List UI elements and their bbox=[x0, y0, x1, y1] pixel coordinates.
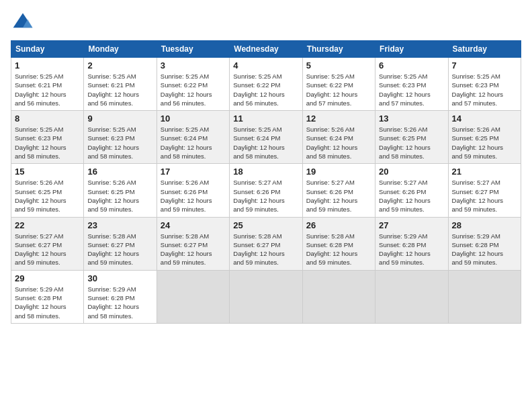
logo bbox=[11, 11, 38, 35]
calendar-table: SundayMondayTuesdayWednesdayThursdayFrid… bbox=[11, 40, 521, 324]
day-number-15: 15 bbox=[15, 167, 80, 177]
day-info-22: Sunrise: 5:27 AMSunset: 6:27 PMDaylight:… bbox=[15, 232, 80, 267]
day-cell-16: 16Sunrise: 5:26 AMSunset: 6:25 PMDayligh… bbox=[84, 164, 157, 217]
day-number-11: 11 bbox=[233, 113, 298, 124]
day-cell-9: 9Sunrise: 5:25 AMSunset: 6:23 PMDaylight… bbox=[84, 111, 157, 164]
day-cell-6: 6Sunrise: 5:25 AMSunset: 6:23 PMDaylight… bbox=[375, 58, 448, 111]
day-number-7: 7 bbox=[452, 60, 517, 71]
header-tuesday: Tuesday bbox=[157, 41, 229, 58]
day-cell-3: 3Sunrise: 5:25 AMSunset: 6:22 PMDaylight… bbox=[157, 58, 229, 111]
day-number-5: 5 bbox=[306, 60, 371, 71]
day-number-3: 3 bbox=[161, 60, 226, 71]
day-cell-27: 27Sunrise: 5:29 AMSunset: 6:28 PMDayligh… bbox=[375, 217, 448, 270]
day-cell-2: 2Sunrise: 5:25 AMSunset: 6:21 PMDaylight… bbox=[84, 58, 157, 111]
day-cell-15: 15Sunrise: 5:26 AMSunset: 6:25 PMDayligh… bbox=[11, 164, 84, 217]
day-info-26: Sunrise: 5:28 AMSunset: 6:28 PMDaylight:… bbox=[306, 232, 371, 267]
day-cell-21: 21Sunrise: 5:27 AMSunset: 6:27 PMDayligh… bbox=[448, 164, 521, 217]
header-sunday: Sunday bbox=[11, 41, 84, 58]
day-number-18: 18 bbox=[233, 167, 298, 177]
day-info-5: Sunrise: 5:25 AMSunset: 6:22 PMDaylight:… bbox=[306, 72, 371, 107]
day-number-21: 21 bbox=[452, 167, 517, 177]
day-info-29: Sunrise: 5:29 AMSunset: 6:28 PMDaylight:… bbox=[15, 285, 80, 320]
day-number-12: 12 bbox=[306, 113, 371, 124]
header-row: SundayMondayTuesdayWednesdayThursdayFrid… bbox=[11, 41, 521, 58]
header-wednesday: Wednesday bbox=[230, 41, 302, 58]
day-info-25: Sunrise: 5:28 AMSunset: 6:27 PMDaylight:… bbox=[233, 232, 298, 267]
day-cell-4: 4Sunrise: 5:25 AMSunset: 6:22 PMDaylight… bbox=[230, 58, 302, 111]
day-cell-8: 8Sunrise: 5:25 AMSunset: 6:23 PMDaylight… bbox=[11, 111, 84, 164]
day-info-18: Sunrise: 5:27 AMSunset: 6:26 PMDaylight:… bbox=[233, 178, 298, 214]
day-number-24: 24 bbox=[161, 220, 226, 230]
calendar-row-2: 8Sunrise: 5:25 AMSunset: 6:23 PMDaylight… bbox=[11, 111, 521, 164]
day-number-27: 27 bbox=[379, 220, 444, 230]
day-number-26: 26 bbox=[306, 220, 371, 230]
empty-cell bbox=[230, 270, 302, 323]
day-cell-5: 5Sunrise: 5:25 AMSunset: 6:22 PMDaylight… bbox=[302, 58, 375, 111]
day-info-24: Sunrise: 5:28 AMSunset: 6:27 PMDaylight:… bbox=[161, 232, 226, 267]
day-number-20: 20 bbox=[379, 167, 444, 177]
calendar-header: SundayMondayTuesdayWednesdayThursdayFrid… bbox=[11, 41, 521, 58]
day-number-19: 19 bbox=[306, 167, 371, 177]
day-info-7: Sunrise: 5:25 AMSunset: 6:23 PMDaylight:… bbox=[452, 72, 517, 107]
day-cell-1: 1Sunrise: 5:25 AMSunset: 6:21 PMDaylight… bbox=[11, 58, 84, 111]
day-info-2: Sunrise: 5:25 AMSunset: 6:21 PMDaylight:… bbox=[87, 72, 152, 107]
day-number-28: 28 bbox=[452, 220, 517, 230]
header-monday: Monday bbox=[84, 41, 157, 58]
day-info-8: Sunrise: 5:25 AMSunset: 6:23 PMDaylight:… bbox=[15, 125, 80, 161]
day-info-10: Sunrise: 5:25 AMSunset: 6:24 PMDaylight:… bbox=[161, 125, 226, 161]
day-info-15: Sunrise: 5:26 AMSunset: 6:25 PMDaylight:… bbox=[15, 178, 80, 214]
day-number-4: 4 bbox=[233, 60, 298, 71]
day-info-11: Sunrise: 5:25 AMSunset: 6:24 PMDaylight:… bbox=[233, 125, 298, 161]
day-cell-13: 13Sunrise: 5:26 AMSunset: 6:25 PMDayligh… bbox=[375, 111, 448, 164]
header-friday: Friday bbox=[375, 41, 448, 58]
day-cell-7: 7Sunrise: 5:25 AMSunset: 6:23 PMDaylight… bbox=[448, 58, 521, 111]
day-number-16: 16 bbox=[87, 167, 152, 177]
empty-cell bbox=[448, 270, 521, 323]
day-info-17: Sunrise: 5:26 AMSunset: 6:26 PMDaylight:… bbox=[161, 178, 226, 214]
day-info-9: Sunrise: 5:25 AMSunset: 6:23 PMDaylight:… bbox=[87, 125, 152, 161]
day-info-16: Sunrise: 5:26 AMSunset: 6:25 PMDaylight:… bbox=[87, 178, 152, 214]
header-saturday: Saturday bbox=[448, 41, 521, 58]
day-info-1: Sunrise: 5:25 AMSunset: 6:21 PMDaylight:… bbox=[15, 72, 80, 107]
day-info-4: Sunrise: 5:25 AMSunset: 6:22 PMDaylight:… bbox=[233, 72, 298, 107]
empty-cell bbox=[157, 270, 229, 323]
day-number-9: 9 bbox=[87, 113, 152, 124]
calendar-row-1: 1Sunrise: 5:25 AMSunset: 6:21 PMDaylight… bbox=[11, 58, 521, 111]
day-info-14: Sunrise: 5:26 AMSunset: 6:25 PMDaylight:… bbox=[452, 125, 517, 161]
day-cell-17: 17Sunrise: 5:26 AMSunset: 6:26 PMDayligh… bbox=[157, 164, 229, 217]
day-info-19: Sunrise: 5:27 AMSunset: 6:26 PMDaylight:… bbox=[306, 178, 371, 214]
day-cell-19: 19Sunrise: 5:27 AMSunset: 6:26 PMDayligh… bbox=[302, 164, 375, 217]
empty-cell bbox=[375, 270, 448, 323]
day-cell-23: 23Sunrise: 5:28 AMSunset: 6:27 PMDayligh… bbox=[84, 217, 157, 270]
logo-icon bbox=[11, 11, 35, 35]
day-cell-24: 24Sunrise: 5:28 AMSunset: 6:27 PMDayligh… bbox=[157, 217, 229, 270]
day-cell-22: 22Sunrise: 5:27 AMSunset: 6:27 PMDayligh… bbox=[11, 217, 84, 270]
day-number-17: 17 bbox=[161, 167, 226, 177]
day-cell-18: 18Sunrise: 5:27 AMSunset: 6:26 PMDayligh… bbox=[230, 164, 302, 217]
page-header bbox=[11, 11, 521, 35]
day-number-22: 22 bbox=[15, 220, 80, 230]
day-cell-12: 12Sunrise: 5:26 AMSunset: 6:24 PMDayligh… bbox=[302, 111, 375, 164]
calendar-body: 1Sunrise: 5:25 AMSunset: 6:21 PMDaylight… bbox=[11, 58, 521, 324]
day-cell-26: 26Sunrise: 5:28 AMSunset: 6:28 PMDayligh… bbox=[302, 217, 375, 270]
day-number-25: 25 bbox=[233, 220, 298, 230]
day-info-3: Sunrise: 5:25 AMSunset: 6:22 PMDaylight:… bbox=[161, 72, 226, 107]
empty-cell bbox=[302, 270, 375, 323]
calendar-row-3: 15Sunrise: 5:26 AMSunset: 6:25 PMDayligh… bbox=[11, 164, 521, 217]
day-number-1: 1 bbox=[15, 60, 80, 71]
day-info-30: Sunrise: 5:29 AMSunset: 6:28 PMDaylight:… bbox=[87, 285, 152, 320]
day-info-28: Sunrise: 5:29 AMSunset: 6:28 PMDaylight:… bbox=[452, 232, 517, 267]
day-number-6: 6 bbox=[379, 60, 444, 71]
day-number-30: 30 bbox=[87, 273, 152, 283]
day-cell-30: 30Sunrise: 5:29 AMSunset: 6:28 PMDayligh… bbox=[84, 270, 157, 323]
day-number-10: 10 bbox=[161, 113, 226, 124]
calendar-row-5: 29Sunrise: 5:29 AMSunset: 6:28 PMDayligh… bbox=[11, 270, 521, 323]
day-info-23: Sunrise: 5:28 AMSunset: 6:27 PMDaylight:… bbox=[87, 232, 152, 267]
day-number-8: 8 bbox=[15, 113, 80, 124]
day-cell-28: 28Sunrise: 5:29 AMSunset: 6:28 PMDayligh… bbox=[448, 217, 521, 270]
day-info-6: Sunrise: 5:25 AMSunset: 6:23 PMDaylight:… bbox=[379, 72, 444, 107]
day-cell-20: 20Sunrise: 5:27 AMSunset: 6:26 PMDayligh… bbox=[375, 164, 448, 217]
day-info-20: Sunrise: 5:27 AMSunset: 6:26 PMDaylight:… bbox=[379, 178, 444, 214]
day-cell-25: 25Sunrise: 5:28 AMSunset: 6:27 PMDayligh… bbox=[230, 217, 302, 270]
day-number-14: 14 bbox=[452, 113, 517, 124]
